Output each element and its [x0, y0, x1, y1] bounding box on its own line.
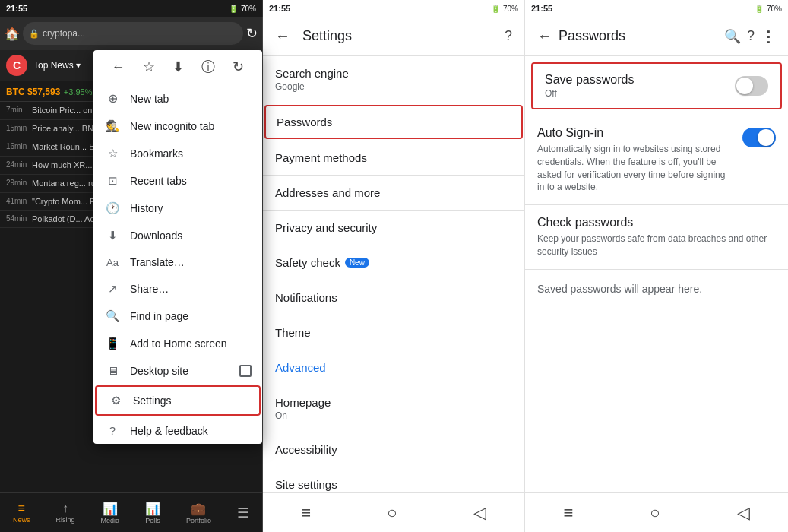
download-btn[interactable]: ⬇ — [172, 59, 184, 75]
settings-label: Settings — [133, 394, 172, 407]
dropdown-downloads[interactable]: ⬇ Downloads — [93, 222, 262, 249]
save-passwords-section: Save passwords Off — [531, 62, 782, 109]
auto-signin-toggle[interactable] — [742, 128, 776, 147]
battery-2: 70% — [503, 5, 518, 13]
passwords-back-btn[interactable]: ← — [537, 27, 552, 45]
settings-theme[interactable]: Theme — [263, 315, 524, 350]
settings-nav-home-icon[interactable]: ○ — [387, 503, 397, 523]
back-btn[interactable]: ← — [112, 59, 125, 75]
home-screen-icon: 📱 — [104, 337, 121, 350]
passwords-help-btn[interactable]: ? — [747, 28, 755, 44]
settings-accessibility[interactable]: Accessibility — [263, 432, 524, 467]
settings-advanced[interactable]: Advanced — [263, 350, 524, 385]
app-logo: C — [6, 55, 27, 76]
passwords-nav-menu-icon[interactable]: ≡ — [563, 503, 573, 523]
settings-passwords[interactable]: Passwords — [264, 105, 523, 139]
settings-nav-menu-icon[interactable]: ≡ — [301, 503, 311, 523]
passwords-nav-back-icon[interactable]: ◁ — [737, 503, 750, 523]
settings-safety[interactable]: Safety check New — [263, 245, 524, 280]
more-icon: ☰ — [237, 505, 249, 521]
dropdown-incognito[interactable]: 🕵 New incognito tab — [93, 112, 262, 140]
passwords-nav-home-icon[interactable]: ○ — [650, 503, 660, 523]
top-news-label[interactable]: Top News ▾ — [33, 60, 81, 71]
dropdown-history[interactable]: 🕐 History — [93, 195, 262, 222]
downloads-label: Downloads — [130, 230, 182, 242]
info-btn[interactable]: ⓘ — [201, 58, 215, 76]
nav-more[interactable]: ☰ — [237, 505, 249, 521]
dropdown-new-tab[interactable]: ⊕ New tab — [93, 84, 262, 112]
dropdown-translate[interactable]: Aa Translate… — [93, 249, 262, 275]
rising-nav-label: Rising — [55, 516, 74, 524]
search-engine-label: Search engine — [275, 67, 512, 80]
dropdown-home-screen[interactable]: 📱 Add to Home screen — [93, 330, 262, 357]
desktop-icon: 🖥 — [104, 364, 121, 377]
dropdown-settings[interactable]: ⚙ Settings — [95, 385, 261, 416]
settings-homepage[interactable]: Homepage On — [263, 385, 524, 432]
refresh-icon[interactable]: ↻ — [246, 25, 258, 42]
status-icons-1: 🔋 70% — [229, 5, 256, 13]
settings-site-settings[interactable]: Site settings — [263, 467, 524, 492]
save-passwords-row: Save passwords Off — [545, 73, 768, 99]
news-time: 7min — [6, 106, 27, 116]
status-bar-3: 21:55 🔋 70% — [525, 0, 788, 17]
site-settings-label: Site settings — [275, 478, 512, 491]
chrome-toolbar: 🏠 🔒 cryptopa... ↻ — [0, 17, 262, 50]
settings-addresses[interactable]: Addresses and more — [263, 176, 524, 211]
settings-back-btn[interactable]: ← — [275, 27, 290, 45]
auto-signin-row: Auto Sign-in Automatically sign in to we… — [537, 126, 776, 194]
nav-rising[interactable]: ↑ Rising — [55, 502, 74, 524]
settings-payment[interactable]: Payment methods — [263, 141, 524, 176]
settings-search-engine[interactable]: Search engine Google — [263, 56, 524, 103]
nav-media[interactable]: 📊 Media — [100, 502, 119, 524]
battery-icon-2: 🔋 — [491, 5, 500, 13]
home-screen-label: Add to Home screen — [130, 337, 227, 350]
btc-price: BTC $57,593 — [6, 87, 60, 97]
check-passwords-section[interactable]: Check passwords Keep your passwords safe… — [525, 205, 788, 270]
desktop-label: Desktop site — [130, 365, 188, 377]
news-time: 41min — [6, 197, 27, 206]
recent-tabs-icon: ⊡ — [104, 174, 121, 188]
theme-label: Theme — [275, 326, 512, 339]
settings-privacy[interactable]: Privacy and security — [263, 211, 524, 245]
history-icon: 🕐 — [104, 201, 121, 215]
nav-news[interactable]: ≡ News — [13, 502, 30, 524]
rising-icon: ↑ — [62, 502, 68, 515]
nav-polls[interactable]: 📊 Polls — [145, 502, 160, 524]
bottom-nav-1: ≡ News ↑ Rising 📊 Media 📊 Polls 💼 P — [0, 492, 262, 532]
save-passwords-label: Save passwords — [545, 73, 634, 87]
address-bar[interactable]: 🔒 cryptopa... — [23, 22, 243, 45]
settings-help-btn[interactable]: ? — [505, 28, 512, 44]
dropdown-bookmarks[interactable]: ☆ Bookmarks — [93, 140, 262, 167]
panel-passwords: ← Passwords 🔍 ? ⋮ Save passwords Off — [525, 17, 788, 532]
settings-notifications[interactable]: Notifications — [263, 280, 524, 315]
dropdown-help[interactable]: ? Help & feedback — [93, 417, 262, 444]
bookmarks-icon: ☆ — [104, 147, 121, 160]
save-passwords-toggle[interactable] — [735, 76, 768, 96]
dropdown-recent-tabs[interactable]: ⊡ Recent tabs — [93, 167, 262, 195]
time-1: 21:55 — [6, 4, 27, 13]
news-time: 24min — [6, 160, 27, 170]
status-icons-3: 🔋 70% — [755, 5, 782, 13]
nav-portfolio[interactable]: 💼 Portfolio — [186, 502, 211, 524]
downloads-icon: ⬇ — [104, 229, 121, 242]
advanced-label: Advanced — [275, 361, 512, 374]
new-tab-label: New tab — [130, 93, 169, 105]
passwords-bottom-nav: ≡ ○ ◁ — [525, 492, 788, 532]
settings-bottom-nav: ≡ ○ ◁ — [263, 492, 524, 532]
news-icon: ≡ — [18, 502, 25, 515]
settings-nav-back-icon[interactable]: ◁ — [473, 503, 486, 523]
passwords-content: Save passwords Off Auto Sign-in Automati… — [525, 56, 788, 492]
bookmark-btn[interactable]: ☆ — [143, 59, 155, 75]
passwords-more-btn[interactable]: ⋮ — [761, 27, 776, 46]
portfolio-icon: 💼 — [191, 502, 206, 516]
check-passwords-desc: Keep your passwords safe from data breac… — [537, 233, 776, 258]
dropdown-desktop-site[interactable]: 🖥 Desktop site — [93, 357, 262, 384]
refresh-btn[interactable]: ↻ — [233, 59, 244, 75]
dropdown-share[interactable]: ↗ Share… — [93, 275, 262, 302]
home-icon[interactable]: 🏠 — [5, 27, 20, 41]
passwords-search-btn[interactable]: 🔍 — [724, 28, 741, 45]
help-label: Help & feedback — [130, 425, 208, 437]
dropdown-find[interactable]: 🔍 Find in page — [93, 302, 262, 330]
battery-1: 70% — [241, 5, 256, 13]
desktop-checkbox[interactable] — [239, 365, 252, 377]
